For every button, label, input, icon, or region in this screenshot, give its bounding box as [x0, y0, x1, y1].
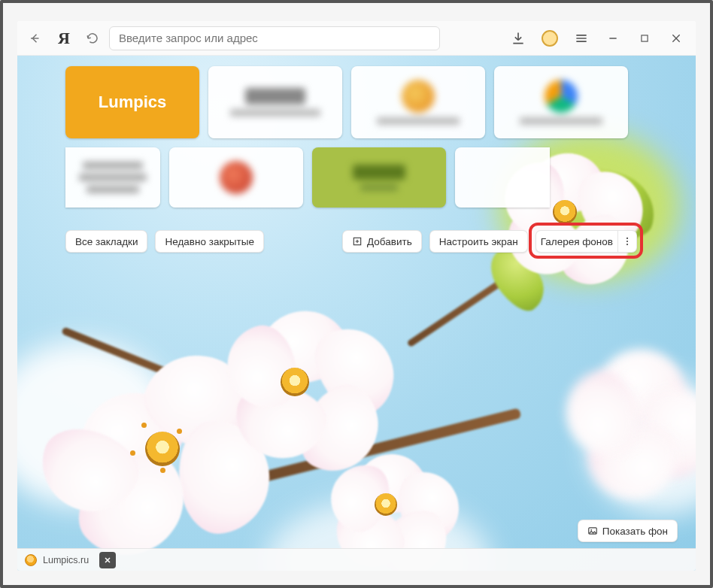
maximize-icon	[639, 33, 650, 44]
omnibox[interactable]	[109, 26, 440, 50]
tiles-row-1: Lumpics	[65, 66, 637, 138]
arrow-left-icon	[29, 32, 42, 45]
tab[interactable]: Lumpics.ru	[25, 552, 116, 568]
minimize-icon	[607, 32, 619, 44]
close-icon	[670, 32, 682, 44]
reload-icon	[86, 32, 99, 45]
speed-dial: Lumpics	[65, 66, 637, 208]
tile-generic[interactable]	[351, 66, 485, 138]
chip-label: Недавно закрытые	[165, 236, 253, 247]
download-icon	[511, 31, 526, 46]
tile-label: Lumpics	[99, 92, 166, 112]
more-vertical-icon	[622, 236, 633, 247]
downloads-button[interactable]	[505, 25, 532, 52]
tab-label: Lumpics.ru	[43, 555, 89, 565]
show-background-wrap: Показать фон	[578, 520, 678, 542]
extension-badge[interactable]	[536, 25, 563, 52]
tiles-row-2	[65, 147, 637, 208]
screenshot-frame: Я	[0, 0, 713, 588]
chip-label: Галерея фонов	[541, 236, 613, 247]
svg-point-4	[627, 244, 628, 245]
tab-strip: Lumpics.ru	[17, 548, 696, 571]
customize-screen-button[interactable]: Настроить экран	[429, 230, 528, 253]
minimize-button[interactable]	[599, 25, 627, 52]
close-window-button[interactable]	[663, 25, 690, 52]
chip-label: Все закладки	[75, 236, 138, 247]
hamburger-icon	[574, 31, 589, 46]
show-background-button[interactable]: Показать фон	[578, 520, 678, 542]
plus-square-icon	[352, 236, 363, 247]
tile-generic[interactable]	[65, 147, 160, 208]
background-gallery-group: Галерея фонов	[536, 230, 637, 253]
close-icon	[103, 556, 112, 565]
svg-point-2	[627, 238, 628, 239]
maximize-button[interactable]	[631, 25, 658, 52]
all-bookmarks-button[interactable]: Все закладки	[65, 230, 147, 253]
yandex-logo[interactable]: Я	[52, 29, 76, 48]
tab-close-button[interactable]	[99, 552, 116, 568]
tile-generic[interactable]	[169, 147, 303, 208]
new-tab-content: Lumpics Все закладки Недавно закрытые	[17, 56, 696, 571]
toolbar: Я	[17, 21, 696, 56]
menu-button[interactable]	[568, 25, 595, 52]
tile-generic[interactable]	[208, 66, 342, 138]
image-icon	[587, 526, 598, 536]
reload-button[interactable]	[80, 26, 105, 50]
tableau-actions: Все закладки Недавно закрытые Добавить Н…	[65, 230, 637, 253]
tile-generic[interactable]	[455, 147, 550, 208]
tile-generic[interactable]	[494, 66, 628, 138]
svg-point-6	[590, 529, 592, 531]
tile-generic[interactable]	[312, 147, 446, 208]
background-gallery-menu-button[interactable]	[618, 231, 636, 252]
add-tile-button[interactable]: Добавить	[342, 230, 422, 253]
tile-lumpics[interactable]: Lumpics	[65, 66, 199, 138]
svg-rect-0	[642, 35, 648, 41]
omnibox-input[interactable]	[119, 32, 430, 44]
tab-favicon	[25, 554, 37, 566]
browser-window: Я	[17, 21, 696, 571]
recently-closed-button[interactable]: Недавно закрытые	[155, 230, 263, 253]
back-button[interactable]	[23, 26, 47, 50]
chip-label: Настроить экран	[439, 236, 518, 247]
chip-label: Добавить	[367, 236, 412, 247]
extension-icon	[542, 30, 558, 47]
background-gallery-button[interactable]: Галерея фонов	[536, 231, 617, 252]
chip-label: Показать фон	[602, 526, 668, 537]
svg-point-3	[627, 241, 628, 242]
